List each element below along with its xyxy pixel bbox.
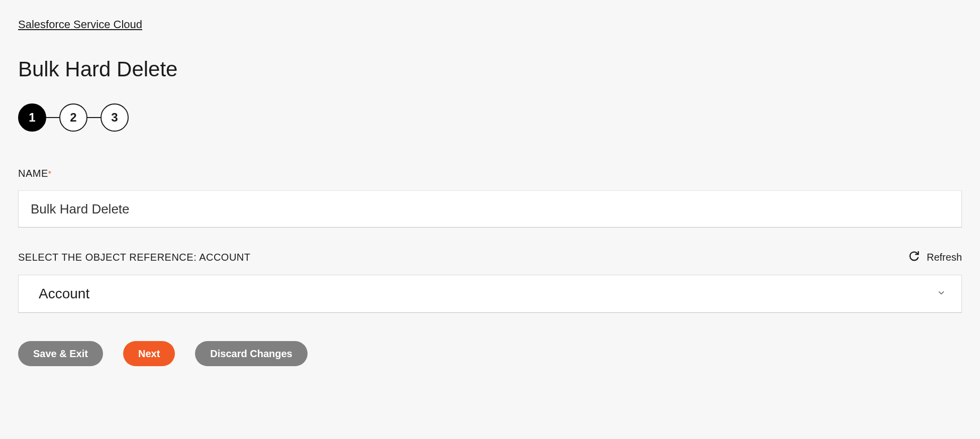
action-buttons: Save & Exit Next Discard Changes <box>18 341 962 366</box>
name-field-group: NAME* <box>18 168 962 228</box>
step-1[interactable]: 1 <box>18 103 46 132</box>
refresh-label: Refresh <box>927 252 962 263</box>
page-title: Bulk Hard Delete <box>18 57 962 81</box>
required-indicator: * <box>48 170 51 178</box>
next-button[interactable]: Next <box>123 341 175 366</box>
refresh-button[interactable]: Refresh <box>909 251 962 264</box>
step-3[interactable]: 3 <box>101 103 129 132</box>
object-ref-field-group: SELECT THE OBJECT REFERENCE: ACCOUNT Ref… <box>18 251 962 313</box>
step-connector <box>46 117 59 118</box>
name-label: NAME <box>18 168 48 179</box>
step-connector <box>87 117 101 118</box>
breadcrumb-link[interactable]: Salesforce Service Cloud <box>18 18 142 31</box>
object-ref-label: SELECT THE OBJECT REFERENCE: ACCOUNT <box>18 252 251 263</box>
step-indicator: 1 2 3 <box>18 103 962 132</box>
object-ref-select[interactable]: Account <box>18 275 962 313</box>
step-2[interactable]: 2 <box>59 103 87 132</box>
save-exit-button[interactable]: Save & Exit <box>18 341 103 366</box>
object-ref-selected-value: Account <box>39 286 89 302</box>
discard-changes-button[interactable]: Discard Changes <box>195 341 307 366</box>
name-input[interactable] <box>18 190 962 228</box>
refresh-icon <box>909 251 920 264</box>
